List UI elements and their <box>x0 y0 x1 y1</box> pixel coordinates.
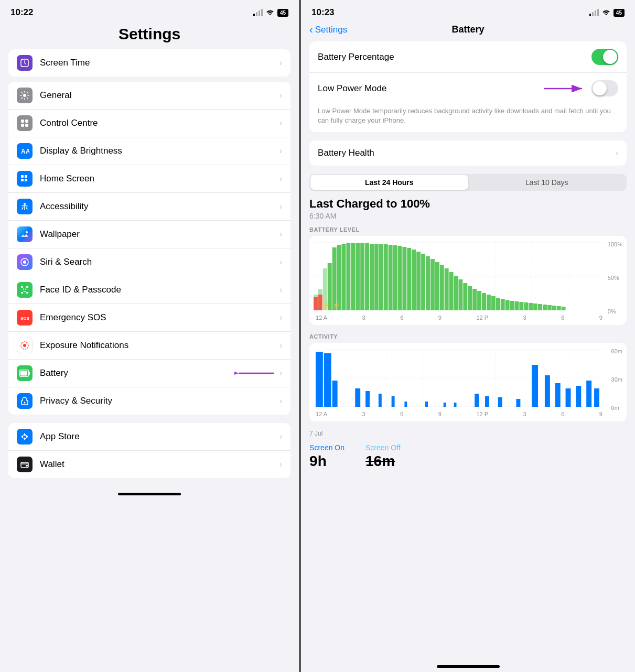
display-label: Display & Brightness <box>40 146 122 156</box>
activity-label: ACTIVITY <box>309 333 627 340</box>
low-power-desc: Low Power Mode temporarily reduces backg… <box>318 107 611 124</box>
battery-x-labels: 12 A 3 6 9 12 P 3 6 9 <box>314 315 605 321</box>
svg-rect-126 <box>566 388 571 407</box>
y-label-0: 0% <box>608 308 622 315</box>
settings-row-display[interactable]: AA Display & Brightness › <box>8 137 290 165</box>
svg-rect-51 <box>365 243 369 310</box>
settings-row-accessibility[interactable]: Accessibility › <box>8 193 290 221</box>
settings-row-emergency[interactable]: SOS Emergency SOS › <box>8 304 290 332</box>
battery-icon <box>17 365 33 381</box>
wallet-label: Wallet <box>40 459 64 470</box>
svg-rect-69 <box>449 272 454 310</box>
svg-rect-82 <box>510 301 514 310</box>
low-power-desc-container: Low Power Mode temporarily reduces backg… <box>309 104 627 132</box>
svg-rect-86 <box>529 303 533 310</box>
low-power-mode-toggle[interactable] <box>591 80 618 96</box>
svg-rect-55 <box>384 244 388 310</box>
activity-chart <box>314 349 605 407</box>
svg-text:AA: AA <box>21 148 29 155</box>
segment-24h[interactable]: Last 24 Hours <box>310 175 468 190</box>
svg-rect-81 <box>505 300 510 310</box>
svg-rect-70 <box>454 276 458 310</box>
y-label-60m: 60m <box>611 348 622 354</box>
svg-rect-15 <box>21 286 23 288</box>
signal-icon <box>253 9 263 16</box>
right-battery-badge: 45 <box>614 9 625 17</box>
svg-rect-64 <box>426 256 430 310</box>
svg-rect-5 <box>25 124 28 127</box>
svg-point-14 <box>23 261 26 264</box>
low-power-mode-row[interactable]: Low Power Mode <box>309 73 627 104</box>
screen-on-label: Screen On <box>309 443 345 452</box>
wallpaper-icon <box>17 226 33 242</box>
last-charged-time: 6:30 AM <box>309 212 627 220</box>
svg-rect-127 <box>576 386 581 407</box>
battery-percentage-row[interactable]: Battery Percentage <box>309 41 627 73</box>
screen-time-row[interactable]: Screen Time › <box>8 49 290 77</box>
svg-rect-59 <box>403 247 407 310</box>
toggle-group-top: Battery Percentage Low Power Mode <box>309 41 627 104</box>
battery-chevron: › <box>279 368 282 378</box>
settings-row-general[interactable]: General › <box>8 82 290 110</box>
purple-arrow-left-icon <box>234 367 276 380</box>
appstore-label: App Store <box>40 431 80 442</box>
settings-row-exposure[interactable]: Exposure Notifications › <box>8 332 290 360</box>
svg-rect-123 <box>532 365 538 407</box>
svg-rect-52 <box>370 244 374 310</box>
svg-rect-9 <box>21 179 24 181</box>
battery-health-chevron: › <box>616 148 618 158</box>
battery-health-row[interactable]: Battery Health › <box>309 140 627 166</box>
svg-rect-79 <box>496 298 500 310</box>
wallet-icon <box>17 457 33 472</box>
battery-label: Battery <box>40 368 68 378</box>
battery-level-chart-container: ⚡ ⚡ 100% 50% 0% 12 A 3 6 9 12 P 3 6 <box>309 236 627 325</box>
settings-row-home-screen[interactable]: Home Screen › <box>8 165 290 193</box>
general-label: General <box>40 90 71 101</box>
y-label-50: 50% <box>608 275 622 281</box>
screen-time-row-left: Screen Time <box>17 55 90 71</box>
settings-row-siri[interactable]: Siri & Search › <box>8 248 290 276</box>
svg-rect-7 <box>21 175 24 178</box>
back-chevron-icon: ‹ <box>309 24 313 36</box>
time-range-control[interactable]: Last 24 Hours Last 10 Days <box>309 174 627 191</box>
last-charged-section: Last Charged to 100% 6:30 AM <box>309 197 627 220</box>
accessibility-label: Accessibility <box>40 201 89 212</box>
home-bar <box>118 493 181 495</box>
accessibility-chevron: › <box>279 202 282 211</box>
settings-row-wallet[interactable]: Wallet › <box>8 451 290 478</box>
settings-row-control-centre[interactable]: Control Centre › <box>8 110 290 137</box>
svg-rect-111 <box>355 388 360 407</box>
settings-row-wallpaper[interactable]: Wallpaper › <box>8 221 290 248</box>
general-chevron: › <box>279 91 282 100</box>
battery-toggles-group: Battery Percentage Low Power Mode <box>309 41 627 132</box>
svg-rect-75 <box>477 291 481 310</box>
svg-rect-71 <box>459 279 463 310</box>
settings-row-battery[interactable]: Battery › <box>8 360 290 387</box>
toggle-knob <box>603 50 617 64</box>
battery-content: Battery Percentage Low Power Mode <box>301 41 635 661</box>
svg-rect-2 <box>21 120 24 123</box>
settings-row-privacy[interactable]: Privacy & Security › <box>8 387 290 415</box>
back-label: Settings <box>315 25 347 35</box>
battery-level-section: BATTERY LEVEL <box>309 226 627 325</box>
privacy-label: Privacy & Security <box>40 396 112 406</box>
appstore-icon <box>17 429 33 445</box>
purple-arrow-right-icon <box>541 82 588 95</box>
svg-rect-66 <box>435 262 439 310</box>
svg-rect-60 <box>407 248 411 310</box>
svg-rect-72 <box>463 283 467 310</box>
svg-rect-63 <box>421 254 425 310</box>
settings-row-appstore[interactable]: App Store › <box>8 423 290 451</box>
svg-rect-53 <box>374 244 379 310</box>
main-settings-group: General › Control Centre › AA Display & … <box>8 82 290 415</box>
chevron-icon: › <box>279 58 282 68</box>
segment-10d[interactable]: Last 10 Days <box>468 175 626 190</box>
svg-rect-23 <box>29 372 30 375</box>
back-button[interactable]: ‹ Settings <box>309 24 347 36</box>
svg-rect-62 <box>416 252 421 310</box>
settings-row-face-id[interactable]: Face ID & Passcode › <box>8 276 290 304</box>
battery-percentage-toggle[interactable] <box>591 49 618 65</box>
svg-rect-74 <box>472 289 477 310</box>
battery-page-header: ‹ Settings Battery <box>301 21 635 41</box>
left-time: 10:22 <box>10 7 33 18</box>
